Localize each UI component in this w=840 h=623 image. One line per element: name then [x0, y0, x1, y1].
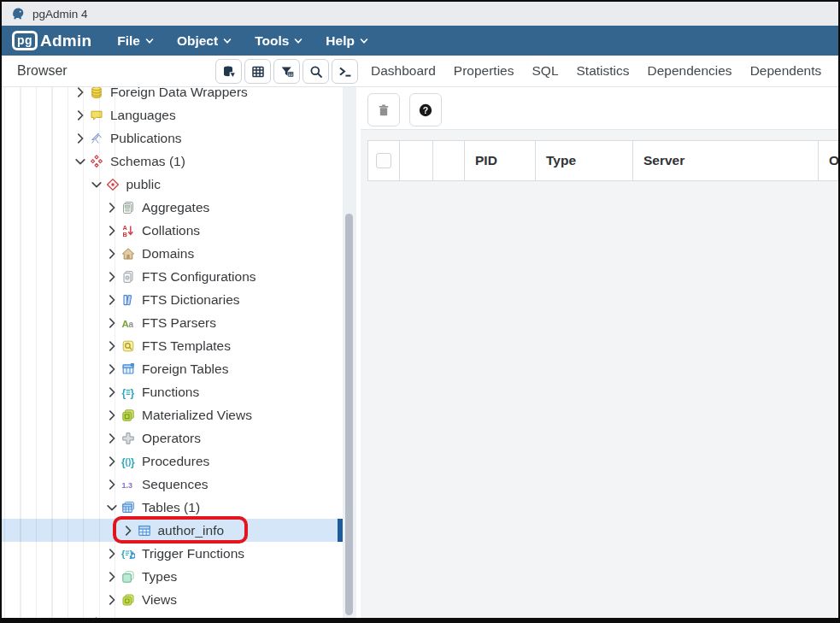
chevron-right-icon[interactable]: [105, 455, 119, 468]
delete-button[interactable]: [367, 93, 400, 126]
chevron-right-icon[interactable]: [105, 362, 119, 376]
filtered-rows-button[interactable]: [273, 59, 300, 84]
tree-item-views[interactable]: Views: [2, 588, 344, 611]
column-header-type[interactable]: Type: [536, 140, 633, 181]
menu-tools[interactable]: Tools: [255, 33, 303, 49]
publication-icon: [90, 132, 103, 145]
chevron-right-icon[interactable]: [105, 270, 119, 284]
column-header-object[interactable]: Object: [819, 140, 838, 181]
browser-panel-title: Browser: [17, 63, 68, 79]
tree-scrollbar-track[interactable]: [343, 87, 356, 618]
tab-sql[interactable]: SQL: [532, 63, 558, 79]
psql-tool-button[interactable]: [332, 59, 358, 84]
tree-item-label: Sequences: [142, 477, 209, 492]
operator-icon: [121, 432, 135, 445]
tree-item-label: Procedures: [142, 454, 209, 469]
schemas-icon: [90, 155, 103, 168]
chevron-right-icon[interactable]: [105, 408, 119, 422]
menu-object[interactable]: Object: [177, 33, 232, 49]
tree-item-fts-parsers[interactable]: AaFTS Parsers: [2, 311, 344, 334]
tree-item-label: public: [126, 177, 162, 192]
browser-toolbar: [215, 59, 358, 84]
chevron-right-icon[interactable]: [105, 570, 119, 584]
chevron-right-icon[interactable]: [73, 109, 87, 122]
chevron-right-icon[interactable]: [105, 201, 119, 215]
tree-item-collations[interactable]: ABCollations: [2, 219, 344, 242]
menu-file[interactable]: File: [117, 33, 154, 49]
column-header-label: Server: [643, 153, 684, 168]
tree-item-fts-configurations[interactable]: FTS Configurations: [2, 265, 344, 288]
query-tool-button[interactable]: [244, 59, 271, 84]
domain-icon: [121, 247, 135, 261]
tab-bar: DashboardPropertiesSQLStatisticsDependen…: [361, 56, 840, 86]
tab-dashboard[interactable]: Dashboard: [371, 63, 436, 79]
tree-item-author_info[interactable]: author_info: [2, 519, 344, 542]
chevron-right-icon[interactable]: [73, 132, 87, 145]
chevron-right-icon[interactable]: [105, 478, 119, 491]
tree-item-fts-templates[interactable]: FTS Templates: [2, 334, 344, 357]
browser-tree-panel: Foreign Data WrappersLanguagesPublicatio…: [2, 87, 357, 618]
chevron-none: [73, 616, 87, 619]
tree-item-label: Views: [142, 592, 177, 608]
tree-item-operators[interactable]: Operators: [2, 426, 344, 450]
chevron-right-icon[interactable]: [105, 316, 119, 330]
chevron-down-icon[interactable]: [90, 178, 103, 191]
column-header-server[interactable]: Server: [633, 140, 819, 181]
chevron-down-icon[interactable]: [105, 501, 119, 514]
search-objects-button[interactable]: [303, 59, 329, 84]
view-data-button[interactable]: [215, 59, 242, 84]
menu-label: File: [117, 33, 140, 49]
caret-down-icon: [145, 37, 154, 45]
tree-item-label: Publications: [110, 131, 182, 146]
menu-help[interactable]: Help: [326, 33, 368, 49]
pg-logo-text: Admin: [40, 32, 91, 50]
tree-item-functions[interactable]: {}Functions: [2, 380, 344, 403]
chevron-right-icon[interactable]: [105, 339, 119, 353]
tree-item-sequences[interactable]: 1.3Sequences: [2, 473, 344, 496]
tree-item-schemas-1[interactable]: Schemas (1): [2, 150, 344, 173]
fts-template-icon: [121, 339, 135, 353]
tab-statistics[interactable]: Statistics: [577, 63, 630, 79]
column-header-empty[interactable]: [400, 140, 433, 181]
tab-dependencies[interactable]: Dependencies: [648, 63, 732, 79]
foreign-table-icon: [121, 362, 135, 376]
column-header-empty[interactable]: [433, 140, 465, 181]
chevron-right-icon[interactable]: [105, 547, 119, 561]
foreign-data-wrapper-icon: [90, 87, 103, 99]
tree-item-public[interactable]: public: [2, 173, 344, 196]
tree-scrollbar-thumb[interactable]: [345, 214, 353, 615]
tab-dependents[interactable]: Dependents: [750, 63, 822, 79]
fts-dictionary-icon: [121, 293, 135, 307]
chevron-right-icon[interactable]: [105, 432, 119, 445]
chevron-right-icon[interactable]: [105, 247, 119, 261]
select-all-checkbox[interactable]: [376, 153, 391, 168]
tree-item-aggregates[interactable]: Aggregates: [2, 196, 344, 219]
tree-item-languages[interactable]: Languages: [2, 103, 344, 126]
chevron-right-icon[interactable]: [105, 224, 119, 238]
menu-label: Tools: [255, 33, 289, 49]
chevron-down-icon[interactable]: [73, 155, 87, 168]
tree-item-types[interactable]: Types: [2, 565, 344, 588]
fts-parser-icon: Aa: [121, 316, 135, 330]
tree-item-foreign-data-wrappers[interactable]: Foreign Data Wrappers: [2, 87, 344, 103]
tab-properties[interactable]: Properties: [454, 63, 514, 79]
help-button[interactable]: ?: [409, 93, 442, 126]
tree-item-domains[interactable]: Domains: [2, 242, 344, 265]
chevron-right-icon[interactable]: [105, 385, 119, 399]
tree-item-fts-dictionaries[interactable]: FTS Dictionaries: [2, 288, 344, 311]
tree-item-foreign-tables[interactable]: Foreign Tables: [2, 357, 344, 380]
tree-item-label: Foreign Data Wrappers: [110, 87, 248, 100]
tree-item-publications[interactable]: Publications: [2, 126, 344, 150]
chevron-right-icon[interactable]: [121, 524, 135, 538]
tree-item-procedures[interactable]: {()}Procedures: [2, 450, 344, 473]
chevron-right-icon[interactable]: [105, 593, 119, 607]
tree-item-tables-1[interactable]: Tables (1): [2, 496, 344, 519]
tree-item-trigger-functions[interactable]: {}Trigger Functions: [2, 542, 344, 565]
chevron-right-icon[interactable]: [105, 293, 119, 307]
column-header-pid[interactable]: PID: [465, 140, 536, 181]
title-bar: pgAdmin 4: [2, 2, 838, 26]
tree-item-partial[interactable]: [2, 611, 344, 618]
chevron-right-icon[interactable]: [73, 87, 87, 99]
tree-item-materialized-views[interactable]: Materialized Views: [2, 403, 344, 426]
column-header-empty[interactable]: [367, 140, 400, 181]
